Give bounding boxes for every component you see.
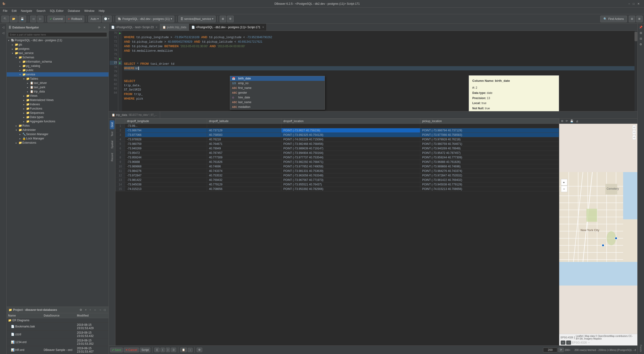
project-add-btn[interactable]: + xyxy=(84,308,88,312)
nav-first-btn[interactable]: ⟨⟨ xyxy=(154,348,160,352)
tree-arrow-pg-dev[interactable]: ▾ xyxy=(7,39,10,42)
map-zoom-out-btn[interactable]: − xyxy=(566,341,571,345)
project-row-0[interactable]: 📁 ER Diagrams xyxy=(7,318,108,323)
ac-gender[interactable]: ABC gender xyxy=(230,90,324,95)
th-dropoff-loc[interactable]: dropoff_location xyxy=(282,119,420,124)
tab-trip-data[interactable]: 📋 public.trip_data xyxy=(160,24,189,31)
tree-item-mat_views[interactable]: ▸📁Materialized Views xyxy=(7,98,108,102)
tree-arrow-gis[interactable]: ▸ xyxy=(10,43,14,46)
table-row[interactable]: 11 -73.984276 40.743374 POINT (-73.98133… xyxy=(116,169,559,173)
grid-view-button[interactable]: ⊞ xyxy=(220,16,226,22)
commit-button[interactable]: ✔ Commit xyxy=(48,16,65,22)
tree-item-agg_funcs[interactable]: ▸📁Aggregate functions xyxy=(7,119,108,124)
tree-arrow-taxi_park[interactable]: ▸ xyxy=(26,86,30,89)
tree-arrow-session_mgr[interactable]: ▸ xyxy=(18,133,22,136)
side-tab-spatial[interactable]: Spatial xyxy=(110,139,114,151)
rollback-button[interactable]: ↩ Rollback xyxy=(66,16,84,22)
side-tab-grid[interactable]: Grid xyxy=(110,120,114,129)
navigator-close-btn[interactable]: ✕ xyxy=(102,25,106,30)
menu-sql-editor[interactable]: SQL Editor xyxy=(48,8,65,13)
project-link-btn[interactable]: ↔ xyxy=(93,308,98,312)
close-button[interactable]: ✕ xyxy=(637,2,640,5)
script-button[interactable]: Script xyxy=(140,348,150,352)
tree-item-gis[interactable]: ▸📁gis xyxy=(7,42,108,47)
edge-btn-2[interactable]: ⊞ xyxy=(638,30,644,35)
map-3d-btn[interactable]: ⊕ xyxy=(632,135,636,140)
project-row-2[interactable]: 📄 zzzd 2019-08-15 23:01:53.432 xyxy=(7,331,108,338)
tree-arrow-schemas[interactable]: ▾ xyxy=(14,56,18,59)
auto-dropdown[interactable]: Auto ▾ xyxy=(88,16,101,22)
tree-item-data_types[interactable]: ▸📁Data types xyxy=(7,115,108,119)
copy-btn[interactable]: 📋 xyxy=(180,348,187,352)
project-row-4[interactable]: 📊 HR.erd DBeaver Sample - orcl 2019-08-1… xyxy=(7,346,108,354)
tab-close-3[interactable]: ✕ xyxy=(262,26,264,28)
tree-arrow-lock_mgr[interactable]: ▸ xyxy=(18,137,22,140)
results-tab-trip-data[interactable]: 📋 trip_data SELECT trip_data.*, ST_... xyxy=(109,111,160,118)
map-layer-btn[interactable]: ⊞ xyxy=(560,119,564,123)
tab-close-1[interactable]: ✕ xyxy=(156,26,158,28)
panels-button[interactable]: ⊟ xyxy=(629,16,635,22)
ac-medallion[interactable]: ABC medallion xyxy=(230,105,324,109)
side-tab-text[interactable]: Text xyxy=(110,130,114,138)
table-row[interactable]: 13 -73.981422 40.769432 POINT (-73.96756… xyxy=(116,178,559,182)
project-collapse-btn[interactable]: − xyxy=(98,308,102,312)
tree-item-schemas[interactable]: ▾📁Schemas xyxy=(7,55,108,59)
tree-item-service[interactable]: ▾📁service xyxy=(7,72,108,77)
table-row[interactable]: 1 -73.99... xyxy=(116,124,559,128)
map-print-btn[interactable]: 🖨 xyxy=(575,119,580,123)
project-close-btn[interactable]: □ xyxy=(103,308,106,312)
maximize-button[interactable]: □ xyxy=(633,2,634,5)
tree-arrow-postgres[interactable]: ▸ xyxy=(10,48,14,50)
left-edge-btn-1[interactable]: ◁ xyxy=(1,25,6,30)
tree-arrow-tables[interactable]: ▾ xyxy=(22,78,26,80)
menu-search[interactable]: Search xyxy=(34,8,47,13)
ac-hire-date[interactable]: ⊙ hire_date xyxy=(230,95,324,100)
tree-item-administer[interactable]: ▾📁Administer xyxy=(7,128,108,132)
menu-help[interactable]: Help xyxy=(97,8,106,13)
connection-dropdown[interactable]: 🐘 PostgreSQL - db2.dev - postgres (11) ▾ xyxy=(116,16,174,22)
map-save-btn[interactable]: 💾 xyxy=(569,119,574,123)
tree-item-information_schema[interactable]: ▸📁information_schema xyxy=(7,59,108,64)
table-row[interactable]: 12 -73.972847 40.753532 POINT (-73.96305… xyxy=(116,173,559,178)
map-refresh-btn[interactable]: ⟳ xyxy=(565,119,569,123)
map-coords-btn[interactable]: ↔ xyxy=(588,341,590,344)
tree-arrow-trip_data[interactable]: ▸ xyxy=(26,90,30,93)
tree-item-taxi_driver[interactable]: ▸📋taxi_driver xyxy=(7,81,108,85)
tree-item-roles[interactable]: ▸📁Roles xyxy=(7,124,108,128)
th-dropoff-lat[interactable]: dropoff_latitude xyxy=(207,119,281,124)
tree-item-sequences[interactable]: ▸📁Sequences xyxy=(7,111,108,115)
ac-first-name[interactable]: ABC first_name xyxy=(230,86,324,90)
ac-last-name[interactable]: ABC last_name xyxy=(230,100,324,105)
tree-arrow-views[interactable]: ▸ xyxy=(22,95,26,97)
side-tab-record[interactable]: Record xyxy=(110,151,114,163)
menu-file[interactable]: File xyxy=(1,8,9,13)
find-actions-button[interactable]: 🔍 Find Actions xyxy=(600,16,627,22)
table-row[interactable]: 9 -73.96888 40.761826 POINT (-73.982292 … xyxy=(116,160,559,164)
tree-item-pg_catalog[interactable]: ▸📁pg_catalog xyxy=(7,64,108,68)
navigator-sync-btn[interactable]: ⟳ xyxy=(97,25,102,30)
table-row[interactable]: 5 -73.980759 40.764671 POINT (-73.982468… xyxy=(116,142,559,146)
back-button[interactable]: ◁ xyxy=(30,16,36,22)
project-settings-btn[interactable]: ⚙ xyxy=(78,308,83,312)
tab-script171[interactable]: 📄 <PostgreSQL - db2.dev - postgres (11)>… xyxy=(189,24,267,31)
gutter-run-70[interactable]: ▶ xyxy=(118,31,122,35)
table-row[interactable]: 3 -73.977066 40.758583 POINT (-73.992325… xyxy=(116,133,559,137)
tree-arrow-administer[interactable]: ▾ xyxy=(14,129,18,131)
tree-arrow-taxi_driver[interactable]: ▸ xyxy=(26,82,30,84)
save-all-button[interactable]: 💾 xyxy=(18,16,26,22)
menu-window[interactable]: Window xyxy=(82,8,96,13)
tree-arrow-mat_views[interactable]: ▸ xyxy=(22,99,26,101)
nav-prev-btn[interactable]: ⟨ xyxy=(160,348,165,352)
menu-navigate[interactable]: Navigate xyxy=(19,8,34,13)
tree-item-indexes[interactable]: ▸📁Indexes xyxy=(7,102,108,106)
tree-arrow-functions[interactable]: ▸ xyxy=(22,107,26,110)
tree-item-pg-dev[interactable]: ▾🐘PostgreSQL - db2.dev - postgres (11) xyxy=(7,38,108,42)
nav-last-btn[interactable]: ⟩⟩ xyxy=(171,348,176,352)
tree-item-extensions[interactable]: ▸📁Extensions xyxy=(7,141,108,145)
code-area[interactable]: WHERE td.pickup_longitude > -73.95475132… xyxy=(122,31,637,111)
edge-btn-1[interactable]: 📌 xyxy=(638,25,644,30)
tree-item-taxi_service[interactable]: ▾📁taxi_service xyxy=(7,51,108,55)
ac-emp-no[interactable]: 123 emp_no xyxy=(230,81,324,86)
ac-birth-date[interactable]: 📅 birth_date xyxy=(230,76,324,81)
tree-arrow-data_types[interactable]: ▸ xyxy=(22,116,26,119)
